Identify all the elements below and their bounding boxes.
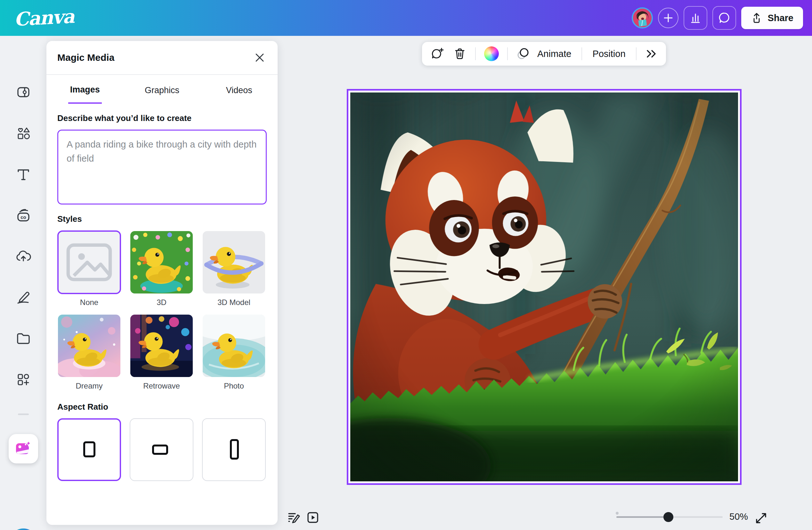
magic-media-icon: [15, 440, 32, 457]
zoom-slider-fill: [617, 516, 668, 518]
style-3d-model-thumbnail: [203, 231, 265, 294]
zoom-fit-marker: [616, 512, 619, 515]
sidebar-item-draw[interactable]: [15, 289, 31, 305]
comments-button[interactable]: [712, 6, 736, 30]
tab-videos[interactable]: Videos: [200, 75, 278, 104]
toolbar-divider: [507, 47, 508, 60]
toolbar-divider: [636, 47, 637, 60]
aspect-ratio-options: [57, 418, 267, 481]
styles-grid: None: [57, 231, 267, 391]
double-chevron-icon: [645, 48, 658, 60]
bar-chart-icon: [689, 12, 702, 24]
style-option-dreamy[interactable]: Dreamy: [57, 314, 121, 391]
close-panel-button[interactable]: [252, 50, 267, 65]
zoom-slider[interactable]: [617, 516, 723, 518]
styles-label: Styles: [57, 214, 267, 224]
zoom-level[interactable]: 50%: [729, 512, 748, 522]
aspect-option-portrait[interactable]: [202, 418, 266, 481]
toolbar-divider: [581, 47, 582, 60]
share-label: Share: [768, 13, 794, 24]
plus-icon: [663, 12, 674, 24]
svg-text:co: co: [20, 215, 26, 220]
toolbar-divider: [475, 47, 476, 60]
sidebar-item-text[interactable]: [16, 167, 31, 182]
shapes-icon: [16, 126, 31, 141]
canvas-page[interactable]: [347, 89, 742, 485]
avatar-image: [633, 9, 652, 27]
comment-icon: [718, 12, 731, 24]
style-option-none[interactable]: None: [57, 231, 121, 307]
style-dreamy-thumbnail: [58, 314, 120, 377]
expand-icon: [754, 512, 768, 525]
text-icon: [16, 167, 31, 182]
sidebar-item-magic-media[interactable]: [9, 434, 38, 463]
portrait-ratio-icon: [228, 437, 241, 462]
top-bar: Canva: [0, 0, 812, 36]
insights-button[interactable]: [684, 6, 707, 30]
color-wheel-button[interactable]: [484, 46, 499, 61]
aspect-ratio-label: Aspect Ratio: [57, 402, 267, 412]
tab-graphics[interactable]: Graphics: [124, 75, 201, 104]
fullscreen-button[interactable]: [754, 512, 768, 525]
animate-button[interactable]: Animate: [516, 47, 573, 61]
design-icon: [16, 85, 31, 100]
draw-icon: [15, 289, 31, 305]
style-3d-thumbnail: [130, 231, 193, 294]
sidebar-divider: [18, 413, 29, 415]
sidebar-item-projects[interactable]: [15, 330, 31, 347]
assistant-sparkle-icon: [9, 528, 38, 530]
style-retrowave-thumbnail: [130, 314, 193, 377]
landscape-ratio-icon: [150, 442, 173, 458]
add-comment-icon: [430, 47, 445, 61]
square-ratio-icon: [80, 439, 99, 461]
sidebar-item-design[interactable]: [16, 85, 31, 100]
image-placeholder-icon: [59, 232, 120, 293]
more-options-button[interactable]: [645, 48, 658, 60]
present-button[interactable]: [306, 511, 320, 524]
trash-icon: [453, 47, 467, 61]
zoom-slider-thumb[interactable]: [664, 512, 673, 522]
sidebar-item-uploads[interactable]: [15, 249, 31, 265]
style-option-3d[interactable]: 3D: [130, 231, 193, 307]
play-icon: [306, 511, 320, 524]
sidebar-item-brand[interactable]: co: [15, 208, 31, 224]
animate-icon: [516, 47, 531, 61]
share-upload-icon: [751, 12, 763, 24]
style-option-3d-model[interactable]: 3D Model: [202, 231, 266, 307]
context-toolbar: Animate Position: [422, 42, 666, 65]
notes-icon: [287, 511, 300, 524]
style-option-photo[interactable]: Photo: [202, 314, 266, 391]
tab-images[interactable]: Images: [46, 75, 124, 104]
notes-button[interactable]: [287, 511, 300, 524]
prompt-input[interactable]: [57, 130, 267, 205]
avatar[interactable]: [632, 8, 653, 29]
style-option-retrowave[interactable]: Retrowave: [130, 314, 193, 391]
share-button[interactable]: Share: [741, 7, 803, 29]
panel-tabs: Images Graphics Videos: [46, 75, 278, 104]
prompt-label: Describe what you’d like to create: [57, 113, 267, 123]
sidebar-item-apps[interactable]: [15, 371, 31, 387]
style-photo-thumbnail: [203, 314, 265, 377]
sidebar-item-canva-assistant[interactable]: [9, 528, 38, 530]
folder-icon: [15, 330, 31, 347]
panel-title: Magic Media: [57, 52, 114, 63]
close-icon: [254, 52, 265, 63]
add-member-button[interactable]: [658, 8, 679, 28]
add-comment-button[interactable]: [430, 47, 445, 61]
cloud-upload-icon: [15, 249, 31, 265]
sidebar-item-elements[interactable]: [16, 126, 31, 141]
aspect-option-landscape[interactable]: [130, 418, 193, 481]
generated-red-panda-image: [350, 92, 738, 481]
aspect-option-square[interactable]: [57, 418, 121, 481]
position-button[interactable]: Position: [591, 49, 627, 59]
apps-icon: [15, 371, 31, 387]
brand-icon: co: [15, 208, 31, 224]
canva-logo[interactable]: Canva: [13, 5, 75, 30]
delete-button[interactable]: [453, 47, 467, 61]
sidebar: co: [0, 36, 46, 530]
magic-media-panel: Magic Media Images Graphics Videos Descr…: [46, 41, 278, 525]
